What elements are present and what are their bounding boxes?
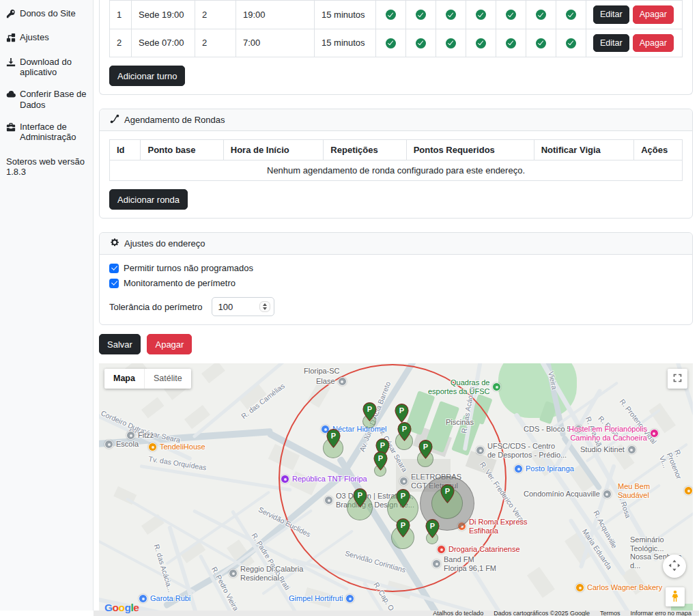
map-poi[interactable]: República TNT Floripa — [281, 475, 367, 484]
number-spinner[interactable] — [259, 301, 270, 312]
save-button[interactable]: Salvar — [99, 334, 141, 354]
sidebar-item-download-do-aplicativo[interactable]: Download do aplicativo — [6, 57, 87, 78]
poi-label: Reggio Di Calabria Residencial — [240, 565, 303, 582]
map-poi[interactable]: Condomínio Acquaville — [524, 490, 612, 499]
shift-day-cell — [406, 29, 436, 57]
poi-icon — [104, 440, 113, 449]
checkbox-checked[interactable] — [109, 264, 119, 273]
attribution-item[interactable]: Atalhos do teclado — [433, 610, 483, 616]
add-shift-button[interactable]: Adicionar turno — [109, 66, 185, 86]
fullscreen-button[interactable] — [668, 369, 687, 389]
checkpoint-marker-pin[interactable]: P — [353, 488, 367, 509]
pan-control[interactable] — [663, 555, 686, 578]
poi-label: Escola — [116, 440, 139, 449]
rounds-card-header: Agendamento de Rondas — [100, 109, 692, 131]
poi-label: Garota Rubi — [150, 594, 190, 603]
poi-label: Di Roma Express Esfiharia — [469, 518, 528, 535]
map-poi[interactable]: Band FM Floripa 96,1 FM — [432, 555, 496, 572]
svg-text:P: P — [399, 406, 403, 415]
svg-text:P: P — [400, 492, 405, 500]
map-poi[interactable]: Drogaria Catarinense — [437, 545, 520, 554]
map-poi[interactable]: Studio Kitinet — [580, 445, 636, 454]
shift-cell: 2 — [195, 29, 236, 57]
map-building — [201, 363, 225, 383]
rounds-header: Id — [110, 140, 141, 160]
checkpoint-marker-pin[interactable]: P — [397, 422, 412, 443]
map-poi[interactable]: Fitzz — [126, 431, 154, 440]
street-label: R. Protenor Vi... — [658, 449, 691, 484]
settings-card-title: Ajustes do endereço — [124, 238, 205, 249]
map-poi[interactable]: Escola — [104, 440, 139, 449]
map-poi[interactable]: Meu Bem Saudável — [618, 482, 693, 499]
fullscreen-icon — [672, 373, 683, 384]
shift-actions-cell: EditarApagar — [586, 1, 683, 29]
gear-icon — [110, 238, 119, 249]
poi-label: Band FM Floripa 96,1 FM — [444, 555, 496, 572]
sidebar-item-ajustes[interactable]: Ajustes — [6, 32, 87, 44]
sidebar-item-donos-do-site[interactable]: Donos do Site — [6, 8, 87, 20]
shift-day-cell — [496, 29, 526, 57]
rounds-header: Repetições — [324, 140, 406, 160]
edit-shift-button[interactable]: Editar — [593, 5, 629, 24]
checkpoint-marker-pin[interactable]: P — [326, 429, 341, 449]
google-map[interactable]: R. das CaméliasAv. Júlio D'Acia BarretoR… — [99, 363, 693, 616]
checkpoint-marker-pin[interactable]: P — [373, 451, 388, 472]
sidebar-item-label: Ajustes — [20, 32, 49, 42]
day-enabled-check-icon — [536, 10, 546, 20]
poi-label: Quadras de esportes da UFSC — [428, 378, 489, 395]
map-tab[interactable]: Mapa — [104, 369, 144, 389]
shift-day-cell — [556, 29, 586, 57]
sidebar-item-interface-de-administra-o[interactable]: Interface de Administração — [6, 122, 87, 143]
map-poi[interactable]: Carlos Wagner Bakery — [575, 583, 662, 592]
poi-icon — [650, 429, 659, 438]
map-poi[interactable]: Reggio Di Calabria Residencial — [229, 565, 303, 582]
map-attribution: Atalhos do tecladoDados cartográficos ©2… — [433, 610, 691, 616]
add-round-button[interactable]: Adicionar ronda — [109, 189, 188, 210]
map-type-control: Mapa Satélite — [104, 369, 191, 389]
delete-shift-button[interactable]: Apagar — [633, 34, 674, 53]
poi-label: Hostel em Florianópolis Caminho da Cacho… — [569, 425, 647, 442]
delete-shift-button[interactable]: Apagar — [633, 5, 674, 24]
checkpoint-marker-pin[interactable]: P — [418, 440, 433, 460]
setting-checkbox-row: Monitoramento de perímetro — [109, 278, 683, 288]
poi-label: República TNT Floripa — [292, 475, 367, 484]
map-poi[interactable]: Garota Rubi — [139, 594, 190, 603]
checkpoint-marker-pin[interactable]: P — [396, 518, 410, 539]
poi-icon — [514, 464, 523, 473]
shift-day-cell — [406, 1, 436, 29]
svg-text:P: P — [330, 432, 335, 440]
map-poi[interactable]: Quadras de esportes da UFSC — [428, 378, 501, 395]
checkpoint-marker-pin[interactable]: P — [362, 402, 377, 423]
map-poi[interactable]: Hostel em Florianópolis Caminho da Cacho… — [569, 425, 659, 442]
map-poi[interactable]: Posto Ipiranga — [514, 464, 574, 473]
poi-icon — [399, 477, 408, 486]
checkpoint-marker-pin[interactable]: P — [396, 489, 410, 509]
pegman-control[interactable] — [666, 587, 685, 606]
checkpoint-marker-pin[interactable]: P — [440, 484, 455, 505]
map-poi[interactable]: TendeliHouse — [148, 443, 205, 451]
sidebar-item-conferir-base-de-dados[interactable]: Conferir Base de Dados — [6, 89, 87, 110]
attribution-item[interactable]: Dados cartográficos ©2025 Google — [494, 610, 590, 616]
shift-cell: 15 minutos — [315, 1, 376, 29]
attribution-item[interactable]: Informar erro no mapa — [630, 610, 691, 616]
perimeter-tolerance-input[interactable]: 100 — [212, 297, 274, 316]
map-building — [141, 397, 164, 419]
checkpoint-marker-pin[interactable]: P — [425, 519, 440, 540]
sidebar-item-label: Conferir Base de Dados — [20, 89, 87, 110]
map-poi[interactable]: Gimpel Hortifruti — [289, 594, 354, 603]
day-enabled-check-icon — [566, 10, 576, 20]
shift-day-cell — [526, 1, 556, 29]
edit-shift-button[interactable]: Editar — [593, 34, 629, 53]
shift-actions-cell: EditarApagar — [586, 29, 683, 57]
attribution-item[interactable]: Termos — [600, 610, 620, 616]
delete-button[interactable]: Apagar — [147, 334, 192, 354]
google-logo[interactable]: Google — [104, 602, 139, 614]
shift-day-cell — [556, 1, 586, 29]
shift-day-cell — [376, 29, 406, 57]
checkbox-checked[interactable] — [109, 279, 119, 288]
map-poi[interactable]: Elase — [316, 377, 347, 386]
map-poi[interactable]: UFSC/CDS - Centro de Desportos - Prédio.… — [476, 442, 567, 459]
satellite-tab[interactable]: Satélite — [144, 369, 191, 389]
checkpoint-marker-pin[interactable]: P — [395, 404, 409, 424]
shift-cell: 7:00 — [236, 29, 315, 57]
